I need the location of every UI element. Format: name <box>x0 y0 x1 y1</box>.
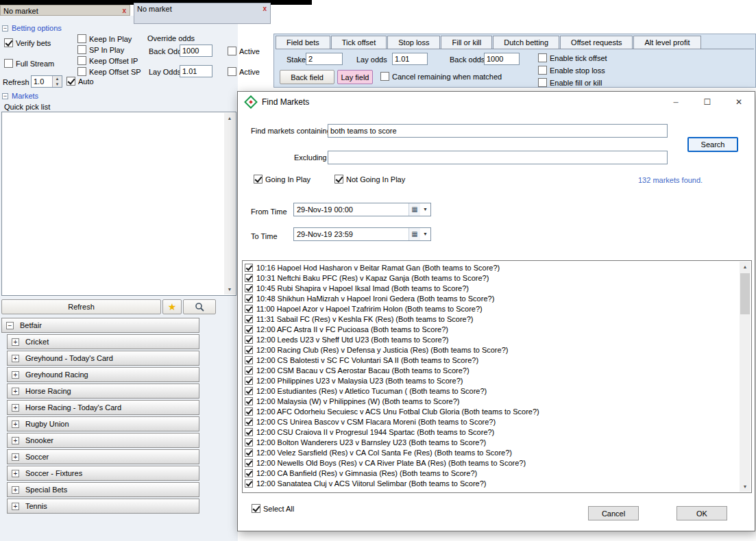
to-time-picker[interactable]: 29-Nov-19 23:59 ▦ ▼ <box>293 227 431 241</box>
field-tab[interactable]: Offset requests <box>560 36 633 49</box>
scroll-down-icon[interactable]: ▼ <box>224 284 235 294</box>
market-row[interactable]: 12:00 AFC Odorheiu Secuiesc v ACS Unu Fo… <box>245 406 737 416</box>
field-tab[interactable]: Field bets <box>276 36 330 49</box>
market-row[interactable]: 12:00 Bolton Wanderers U23 v Barnsley U2… <box>245 437 737 447</box>
market-row[interactable]: 12:00 CA Banfield (Res) v Gimnasia (Res)… <box>245 468 737 478</box>
market-row[interactable]: 12:00 Philippines U23 v Malaysia U23 (Bo… <box>245 375 737 386</box>
refresh-interval-stepper[interactable]: 1.0 ▲ ▼ <box>31 75 62 88</box>
market-row[interactable]: 10:16 Hapoel Hod Hasharon v Beitar Ramat… <box>245 262 737 273</box>
market-row[interactable]: 12:00 Velez Sarsfield (Res) v CA Col San… <box>245 447 737 457</box>
not-going-in-play-checkbox[interactable]: Not Going In Play <box>334 175 405 184</box>
scroll-down-icon[interactable]: ▼ <box>740 481 751 492</box>
lay-odds-input[interactable] <box>180 65 212 77</box>
market-checkbox[interactable] <box>245 294 253 303</box>
expand-icon[interactable]: + <box>12 470 19 477</box>
maximize-icon[interactable]: ☐ <box>692 92 723 112</box>
tree-node[interactable]: + Snooker <box>7 433 199 448</box>
find-markets-button[interactable] <box>183 299 216 314</box>
scrollbar[interactable]: ▲ ▼ <box>740 262 751 492</box>
markets-list[interactable]: 10:16 Hapoel Hod Hasharon v Beitar Ramat… <box>242 260 752 493</box>
back-field-button[interactable]: Back field <box>280 70 334 84</box>
dropdown-icon[interactable]: ▼ <box>420 228 430 240</box>
expand-icon[interactable]: + <box>12 388 19 395</box>
tree-node[interactable]: + Tennis <box>7 499 199 514</box>
market-row[interactable]: 11:31 Sabail FC (Res) v Keshla FK (Res) … <box>245 314 737 324</box>
auto-checkbox[interactable]: Auto <box>66 77 94 86</box>
expand-icon[interactable]: + <box>12 453 19 461</box>
collapse-icon[interactable]: − <box>2 25 8 32</box>
favorites-button[interactable]: ★ <box>162 299 182 314</box>
market-row[interactable]: 11:00 Hapoel Azor v Hapoel Tzafririm Hol… <box>245 303 737 314</box>
calendar-icon[interactable]: ▦ <box>409 203 420 216</box>
calendar-icon[interactable]: ▦ <box>409 228 420 240</box>
market-row[interactable]: 10:31 Neftchi Baku PFC (Res) v Kapaz Gan… <box>245 273 737 283</box>
tab-close-icon[interactable]: x <box>259 3 270 14</box>
market-row[interactable]: 12:00 Malaysia (W) v Philippines (W) (Bo… <box>245 396 737 406</box>
collapse-icon[interactable]: − <box>6 322 14 329</box>
scrollbar[interactable]: ▲ ▼ <box>224 113 235 294</box>
market-row[interactable]: 12:00 Newells Old Boys (Res) v CA River … <box>245 457 737 468</box>
market-row[interactable]: 12:00 Leeds U23 v Sheff Utd U23 (Both te… <box>245 334 737 344</box>
market-checkbox[interactable] <box>245 346 253 354</box>
betting-options-header[interactable]: − Betting options <box>2 24 62 32</box>
expand-icon[interactable]: + <box>12 420 19 428</box>
market-checkbox[interactable] <box>245 336 253 344</box>
search-button[interactable]: Search <box>687 137 738 152</box>
market-checkbox[interactable] <box>245 387 253 395</box>
dialog-titlebar[interactable]: Find Markets ─ ☐ ✕ <box>238 92 755 112</box>
market-checkbox[interactable] <box>245 284 253 292</box>
market-checkbox[interactable] <box>245 407 253 416</box>
expand-icon[interactable]: + <box>12 486 19 494</box>
market-row[interactable]: 12:00 CS Balotesti v SC FC Voluntari SA … <box>245 355 737 365</box>
from-time-picker[interactable]: 29-Nov-19 00:00 ▦ ▼ <box>293 203 431 216</box>
market-checkbox[interactable] <box>245 377 253 385</box>
expand-icon[interactable]: + <box>12 437 19 444</box>
market-checkbox[interactable] <box>245 428 253 436</box>
market-checkbox[interactable] <box>245 459 253 467</box>
quick-pick-list[interactable]: ▲ ▼ <box>1 112 236 296</box>
field-tab[interactable]: Fill or kill <box>441 36 492 49</box>
enable-stop-loss-checkbox[interactable]: Enable stop loss <box>538 66 605 75</box>
find-markets-input[interactable] <box>328 124 668 138</box>
field-tab[interactable]: Alt level profit <box>633 36 700 49</box>
expand-icon[interactable]: + <box>12 404 19 412</box>
tree-node-betfair[interactable]: − Betfair <box>1 318 199 333</box>
market-checkbox[interactable] <box>245 469 253 477</box>
scroll-up-icon[interactable]: ▲ <box>224 113 235 123</box>
market-checkbox[interactable] <box>245 366 253 375</box>
tree-node[interactable]: + Horse Racing <box>7 383 199 399</box>
market-checkbox[interactable] <box>245 356 253 364</box>
dropdown-icon[interactable]: ▼ <box>420 203 430 216</box>
market-checkbox[interactable] <box>245 418 253 426</box>
ok-button[interactable]: OK <box>676 506 727 520</box>
keep-offset-sp-checkbox[interactable]: Keep Offset SP <box>77 67 141 76</box>
market-row[interactable]: 12:00 Racing Club (Res) v Defensa y Just… <box>245 344 737 355</box>
market-row[interactable]: 10:45 Rubi Shapira v Hapoel Iksal Imad (… <box>245 283 737 293</box>
tree-node[interactable]: + Soccer - Fixtures <box>7 466 199 481</box>
tree-node[interactable]: + Special Bets <box>7 482 199 497</box>
field-tab[interactable]: Dutch betting <box>493 36 559 49</box>
market-checkbox[interactable] <box>245 325 253 334</box>
expand-icon[interactable]: + <box>12 503 19 510</box>
field-tab[interactable]: Tick offset <box>331 36 387 49</box>
cancel-button[interactable]: Cancel <box>588 506 639 520</box>
market-tab-2[interactable]: No market x <box>134 3 271 24</box>
enable-tick-offset-checkbox[interactable]: Enable tick offset <box>538 53 607 62</box>
refresh-button[interactable]: Refresh <box>1 299 161 314</box>
collapse-icon[interactable]: − <box>2 93 8 99</box>
cancel-remaining-checkbox[interactable]: Cancel remaining when matched <box>380 72 502 81</box>
market-checkbox[interactable] <box>245 449 253 457</box>
expand-icon[interactable]: + <box>12 371 19 379</box>
market-checkbox[interactable] <box>245 315 253 323</box>
tab-close-icon[interactable]: x <box>119 5 130 16</box>
excluding-input[interactable] <box>328 151 668 164</box>
lay-odds-input[interactable] <box>392 53 428 65</box>
tree-node[interactable]: + Greyhound - Today's Card <box>7 351 199 366</box>
spin-down-icon[interactable]: ▼ <box>53 81 62 87</box>
spin-up-icon[interactable]: ▲ <box>53 76 62 81</box>
field-tab[interactable]: Stop loss <box>387 36 440 49</box>
expand-icon[interactable]: + <box>12 355 19 362</box>
market-row[interactable]: 12:00 CSU Craiova II v Progresul 1944 Sp… <box>245 427 737 437</box>
market-row[interactable]: 12:00 CS Unirea Bascov v CSM Flacara Mor… <box>245 416 737 427</box>
market-checkbox[interactable] <box>245 479 253 488</box>
